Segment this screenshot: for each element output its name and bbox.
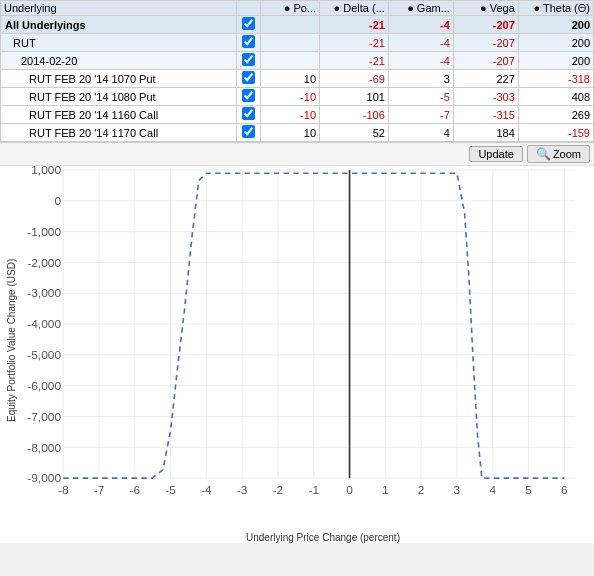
svg-text:1,000: 1,000 [31,163,61,177]
row-gamma: 4 [388,124,453,142]
row-vega: -207 [453,16,518,34]
row-theta: 200 [518,16,593,34]
update-button[interactable]: Update [469,146,522,162]
row-name: RUT FEB 20 '14 1080 Put [1,88,237,106]
row-checkbox[interactable] [237,124,261,142]
row-gamma: -4 [388,34,453,52]
chart-section: Update 🔍 Zoom Equity Portfolio Value Cha… [0,143,594,543]
row-theta: 200 [518,52,593,70]
row-gamma: -7 [388,106,453,124]
row-vega: -303 [453,88,518,106]
svg-text:6: 6 [561,483,568,497]
row-checkbox[interactable] [237,34,261,52]
svg-text:-4: -4 [201,483,212,497]
row-checkbox[interactable] [237,16,261,34]
header-theta: ● Theta (Θ) [518,1,593,16]
row-name: All Underlyings [1,16,237,34]
row-position: 10 [260,70,319,88]
table-row: RUT FEB 20 '14 1160 Call -10 -106 -7 -31… [1,106,594,124]
table-row: RUT FEB 20 '14 1080 Put -10 101 -5 -303 … [1,88,594,106]
svg-text:-7,000: -7,000 [27,410,61,424]
svg-text:-4,000: -4,000 [27,317,61,331]
header-vega: ● Vega [453,1,518,16]
row-checkbox[interactable] [237,70,261,88]
row-checkbox[interactable] [237,88,261,106]
row-gamma: -5 [388,88,453,106]
svg-text:-7: -7 [94,483,105,497]
header-gamma: ● Gam... [388,1,453,16]
header-delta: ● Delta (... [320,1,389,16]
svg-text:-6,000: -6,000 [27,379,61,393]
row-delta: 101 [320,88,389,106]
row-position [260,52,319,70]
header-position: ● Po... [260,1,319,16]
svg-text:0: 0 [54,194,61,208]
row-checkbox[interactable] [237,52,261,70]
chart-svg: 1,000 0 -1,000 -2,000 -3,000 -4,000 -5,0… [22,170,586,510]
row-theta: -318 [518,70,593,88]
chart-container: 1,000 0 -1,000 -2,000 -3,000 -4,000 -5,0… [22,170,586,510]
svg-text:5: 5 [525,483,532,497]
svg-text:-9,000: -9,000 [27,471,61,485]
row-name: RUT FEB 20 '14 1170 Call [1,124,237,142]
row-position [260,16,319,34]
zoom-label: Zoom [553,148,581,160]
svg-text:0: 0 [346,483,353,497]
svg-text:-6: -6 [129,483,140,497]
row-position: 10 [260,124,319,142]
row-theta: 408 [518,88,593,106]
row-name: RUT FEB 20 '14 1160 Call [1,106,237,124]
row-delta: -106 [320,106,389,124]
svg-text:2: 2 [418,483,425,497]
row-vega: -207 [453,52,518,70]
row-theta: -159 [518,124,593,142]
svg-text:-8,000: -8,000 [27,441,61,455]
table-row: RUT FEB 20 '14 1170 Call 10 52 4 184 -15… [1,124,594,142]
row-theta: 269 [518,106,593,124]
row-theta: 200 [518,34,593,52]
svg-text:-3,000: -3,000 [27,287,61,301]
zoom-button[interactable]: 🔍 Zoom [527,145,590,163]
table-row: RUT -21 -4 -207 200 [1,34,594,52]
svg-text:-2: -2 [273,483,284,497]
y-axis-label: Equity Portfolio Value Change (USD) [0,170,22,510]
chart-toolbar: Update 🔍 Zoom [0,143,594,166]
row-name: RUT FEB 20 '14 1070 Put [1,70,237,88]
zoom-icon: 🔍 [536,147,551,161]
row-gamma: -4 [388,16,453,34]
svg-text:-1: -1 [308,483,319,497]
header-underlying: Underlying [1,1,237,16]
row-delta: -21 [320,16,389,34]
row-name: 2014-02-20 [1,52,237,70]
row-gamma: -4 [388,52,453,70]
row-vega: 184 [453,124,518,142]
row-vega: -315 [453,106,518,124]
svg-text:3: 3 [454,483,461,497]
svg-text:-5: -5 [165,483,176,497]
row-delta: 52 [320,124,389,142]
row-position [260,34,319,52]
row-delta: -69 [320,70,389,88]
chart-area: Equity Portfolio Value Change (USD) [0,166,594,530]
svg-text:-8: -8 [58,483,69,497]
row-delta: -21 [320,34,389,52]
svg-text:-1,000: -1,000 [27,225,61,239]
svg-text:-3: -3 [237,483,248,497]
options-table: Underlying ● Po... ● Delta (... ● Gam...… [0,0,594,143]
row-checkbox[interactable] [237,106,261,124]
svg-text:-5,000: -5,000 [27,348,61,362]
x-axis-label: Underlying Price Change (percent) [52,530,594,543]
svg-text:4: 4 [489,483,496,497]
row-position: -10 [260,106,319,124]
svg-text:-2,000: -2,000 [27,256,61,270]
row-vega: 227 [453,70,518,88]
row-name: RUT [1,34,237,52]
table-row: All Underlyings -21 -4 -207 200 [1,16,594,34]
table-row: RUT FEB 20 '14 1070 Put 10 -69 3 227 -31… [1,70,594,88]
row-vega: -207 [453,34,518,52]
row-gamma: 3 [388,70,453,88]
row-position: -10 [260,88,319,106]
svg-text:1: 1 [382,483,389,497]
row-delta: -21 [320,52,389,70]
table-row: 2014-02-20 -21 -4 -207 200 [1,52,594,70]
